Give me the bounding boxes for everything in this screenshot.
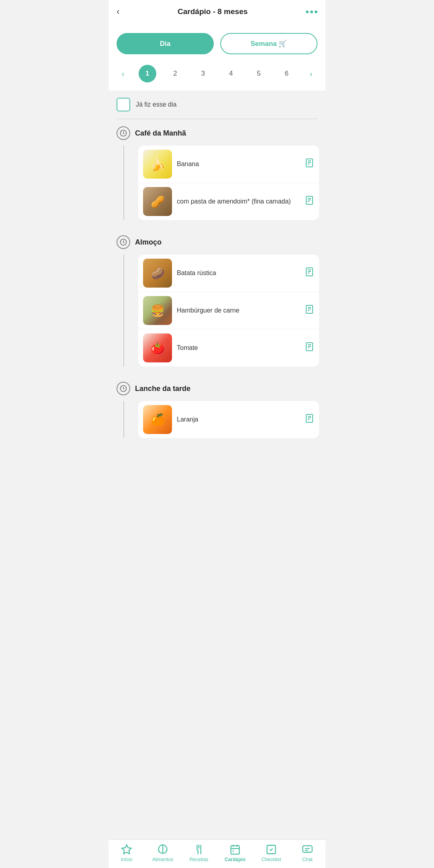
nav-receitas[interactable]: Receitas — [181, 844, 217, 862]
food-name-tomate: Tomate — [177, 343, 300, 352]
semana-toggle-button[interactable]: Semana 🛒 — [220, 33, 317, 54]
food-name-banana: Banana — [177, 160, 300, 169]
receipt-icon-banana[interactable] — [305, 158, 314, 170]
meal-cafe-items: 🍌 Banana 🥜 — [108, 146, 326, 220]
svg-rect-37 — [303, 846, 312, 852]
meal-almoco: Almoço 🥔 Batata rústica — [108, 228, 326, 366]
nav-cardapio[interactable]: Cardápio — [217, 844, 253, 862]
day-1-button[interactable]: 1 — [139, 65, 156, 82]
food-item-tomate: 🍅 Tomate — [138, 329, 319, 366]
food-name-laranja: Laranja — [177, 415, 300, 424]
food-item-batata: 🥔 Batata rústica — [138, 255, 319, 292]
dot-3 — [315, 10, 317, 13]
food-img-hamburguer: 🍔 — [143, 296, 172, 325]
meal-almoco-header: Almoço — [108, 235, 326, 255]
food-img-banana: 🍌 — [143, 150, 172, 179]
meal-lanche-da-tarde: Lanche da tarde 🍊 Laranja — [108, 374, 326, 438]
food-img-laranja: 🍊 — [143, 405, 172, 434]
clock-icon-almoco — [117, 235, 130, 249]
meal-lanche-header: Lanche da tarde — [108, 382, 326, 401]
receipt-icon-pasta-amendoim[interactable] — [305, 195, 314, 208]
main-content: Já fiz esse dia Café da Manhã 🍌 Banana — [108, 91, 326, 482]
fork-icon — [193, 844, 205, 855]
nav-receitas-label: Receitas — [190, 857, 209, 862]
dot-1 — [306, 10, 309, 13]
food-img-pasta-amendoim: 🥜 — [143, 187, 172, 216]
ja-fiz-checkbox[interactable] — [117, 98, 130, 111]
nav-cardapio-label: Cardápio — [225, 857, 246, 862]
receipt-icon-tomate[interactable] — [305, 342, 314, 354]
day-3-button[interactable]: 3 — [194, 65, 212, 82]
leaf-icon — [157, 844, 168, 855]
calendar-icon — [229, 844, 241, 855]
nav-checklist-label: Checklist — [262, 857, 281, 862]
meal-lanche-title: Lanche da tarde — [135, 385, 190, 393]
dot-2 — [310, 10, 313, 13]
ja-fiz-label: Já fiz esse dia — [136, 101, 176, 108]
day-6-button[interactable]: 6 — [278, 65, 295, 82]
timeline-line-lanche — [123, 401, 124, 438]
food-item-banana: 🍌 Banana — [138, 146, 319, 183]
star-icon — [121, 844, 132, 855]
cafe-food-list: 🍌 Banana 🥜 — [138, 146, 319, 220]
view-toggle: Dia Semana 🛒 — [108, 23, 326, 61]
food-name-hamburguer: Hambúrguer de carne — [177, 306, 300, 315]
chat-icon — [302, 844, 313, 855]
dia-toggle-button[interactable]: Dia — [117, 33, 214, 54]
receipt-icon-hamburguer[interactable] — [305, 304, 314, 317]
ja-fiz-section: Já fiz esse dia — [108, 91, 326, 119]
more-options-button[interactable] — [306, 10, 317, 13]
meal-almoco-items: 🥔 Batata rústica 🍔 — [108, 255, 326, 366]
clock-icon-cafe — [117, 126, 130, 140]
next-day-button[interactable]: › — [306, 67, 317, 81]
food-img-tomate: 🍅 — [143, 333, 172, 362]
checklist-icon — [266, 844, 277, 855]
nav-alimentos-label: Alimentos — [152, 857, 174, 862]
lanche-food-list: 🍊 Laranja — [138, 401, 319, 438]
back-button[interactable]: ‹ — [117, 6, 119, 17]
nav-alimentos[interactable]: Alimentos — [145, 844, 181, 862]
food-name-batata: Batata rústica — [177, 269, 300, 278]
bottom-navigation: Início Alimentos Receitas Cardápio — [108, 839, 326, 868]
food-img-batata: 🥔 — [143, 259, 172, 288]
app-header: ‹ Cardápio - 8 meses — [108, 0, 326, 23]
receipt-icon-batata[interactable] — [305, 267, 314, 279]
food-item-pasta-amendoim: 🥜 com pasta de amendoim* (fina camada) — [138, 183, 319, 220]
meal-almoco-title: Almoço — [135, 238, 162, 247]
receipt-icon-laranja[interactable] — [305, 413, 314, 426]
timeline-line — [123, 146, 124, 220]
day-2-button[interactable]: 2 — [166, 65, 184, 82]
food-name-pasta-amendoim: com pasta de amendoim* (fina camada) — [177, 197, 300, 206]
meal-cafe-da-manha: Café da Manhã 🍌 Banana — [108, 119, 326, 220]
food-item-laranja: 🍊 Laranja — [138, 401, 319, 438]
svg-rect-30 — [231, 846, 240, 854]
day-selector: ‹ 1 2 3 4 5 6 › — [108, 61, 326, 91]
prev-day-button[interactable]: ‹ — [118, 67, 129, 81]
nav-inicio[interactable]: Início — [108, 844, 145, 862]
clock-icon-lanche — [117, 382, 130, 395]
nav-chat-label: Chat — [302, 857, 312, 862]
meal-lanche-items: 🍊 Laranja — [108, 401, 326, 438]
svg-marker-27 — [122, 845, 131, 854]
day-5-button[interactable]: 5 — [250, 65, 268, 82]
nav-chat[interactable]: Chat — [289, 844, 326, 862]
timeline-line-almoco — [123, 255, 124, 366]
meal-cafe-title: Café da Manhã — [135, 129, 186, 138]
page-title: Cardápio - 8 meses — [178, 7, 248, 16]
food-item-hamburguer: 🍔 Hambúrguer de carne — [138, 292, 319, 329]
nav-checklist[interactable]: Checklist — [253, 844, 289, 862]
day-4-button[interactable]: 4 — [222, 65, 240, 82]
almoco-food-list: 🥔 Batata rústica 🍔 — [138, 255, 319, 366]
nav-inicio-label: Início — [121, 857, 133, 862]
meal-cafe-header: Café da Manhã — [108, 126, 326, 146]
